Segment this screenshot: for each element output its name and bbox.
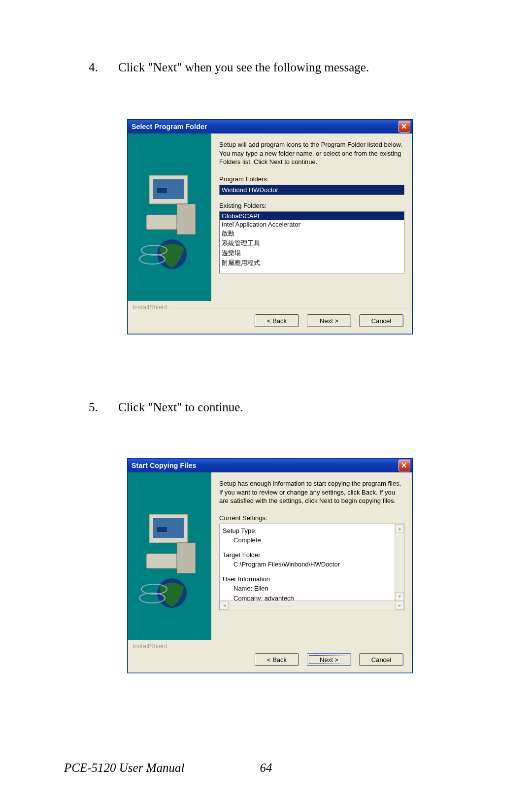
start-copying-files-dialog: Start Copying Files ✕ Setup has enough (127, 458, 413, 673)
dialog-title: Start Copying Files (132, 462, 399, 469)
cancel-button[interactable]: Cancel (359, 314, 403, 327)
list-item[interactable]: 啟動 (220, 229, 404, 238)
current-settings-label: Current Settings: (219, 514, 404, 522)
install-shield-legend: InstallShield (130, 303, 170, 311)
install-shield-separator: InstallShield (128, 647, 412, 647)
select-program-folder-dialog: Select Program Folder ✕ Setup will add (127, 119, 413, 334)
footer-manual-title: PCE-5120 User Manual (64, 761, 184, 775)
setup-type-value: Complete (223, 535, 401, 545)
dialog-title: Select Program Folder (132, 123, 399, 131)
current-settings-box: Setup Type: Complete Target Folder C:\Pr… (219, 524, 404, 610)
svg-rect-2 (157, 188, 167, 193)
back-button[interactable]: < Back (255, 314, 299, 327)
step-number: 4. (89, 59, 118, 76)
list-item[interactable]: 遊樂場 (220, 248, 404, 258)
existing-folders-label: Existing Folders: (219, 202, 404, 209)
user-info-heading: User Information (223, 574, 401, 584)
close-icon[interactable]: ✕ (399, 460, 410, 471)
step-text: Click "Next" to continue. (118, 399, 433, 416)
scroll-right-icon[interactable]: ▸ (395, 601, 404, 610)
cancel-button[interactable]: Cancel (359, 653, 403, 666)
scroll-down-icon[interactable]: ▾ (395, 592, 404, 601)
close-icon[interactable]: ✕ (399, 121, 410, 133)
horizontal-scrollbar[interactable]: ◂ ▸ (220, 600, 404, 610)
scroll-left-icon[interactable]: ◂ (220, 601, 229, 610)
target-folder-value: C:\Program Files\Winbond\HWDoctor (223, 560, 401, 569)
svg-rect-4 (177, 204, 196, 234)
dialog-button-row: < Back Next > Cancel (128, 308, 412, 334)
target-folder-heading: Target Folder (223, 550, 401, 560)
titlebar[interactable]: Select Program Folder ✕ (128, 120, 412, 133)
existing-folders-list[interactable]: GlobalSCAPE Intel Application Accelerato… (219, 211, 404, 273)
next-button[interactable]: Next > (307, 314, 351, 327)
instruction-step-4: 4. Click "Next" when you see the followi… (89, 59, 433, 76)
computer-globe-icon (137, 161, 201, 274)
page-footer: PCE-5120 User Manual 64 (64, 761, 468, 775)
svg-rect-12 (177, 543, 196, 573)
computer-globe-icon (137, 499, 201, 613)
install-shield-separator: InstallShield (128, 308, 412, 308)
install-shield-legend: InstallShield (130, 642, 170, 650)
instruction-step-5: 5. Click "Next" to continue. (89, 399, 433, 416)
step-number: 5. (89, 399, 118, 416)
vertical-scrollbar[interactable]: ▴ ▾ (395, 524, 404, 601)
list-item[interactable]: GlobalSCAPE (220, 212, 404, 220)
program-folders-label: Program Folders: (219, 175, 404, 183)
list-item[interactable]: 附屬應用程式 (220, 258, 404, 268)
wizard-graphic (128, 472, 211, 640)
next-button[interactable]: Next > (307, 653, 351, 666)
back-button[interactable]: < Back (255, 653, 299, 666)
dialog-button-row: < Back Next > Cancel (128, 647, 412, 673)
footer-page-number: 64 (260, 761, 272, 775)
setup-type-heading: Setup Type: (223, 526, 401, 536)
program-folders-input[interactable] (219, 185, 404, 195)
list-item[interactable]: Intel Application Accelerator (220, 220, 404, 229)
scroll-up-icon[interactable]: ▴ (395, 524, 404, 533)
dialog-description: Setup will add program icons to the Prog… (219, 140, 404, 166)
list-item[interactable]: 系統管理工具 (220, 238, 404, 248)
dialog-description: Setup has enough information to start co… (219, 479, 404, 505)
wizard-graphic (128, 133, 211, 301)
step-text: Click "Next" when you see the following … (118, 59, 433, 76)
titlebar[interactable]: Start Copying Files ✕ (128, 459, 412, 472)
user-name-value: Name: Ellen (223, 584, 401, 594)
svg-rect-10 (157, 527, 167, 532)
